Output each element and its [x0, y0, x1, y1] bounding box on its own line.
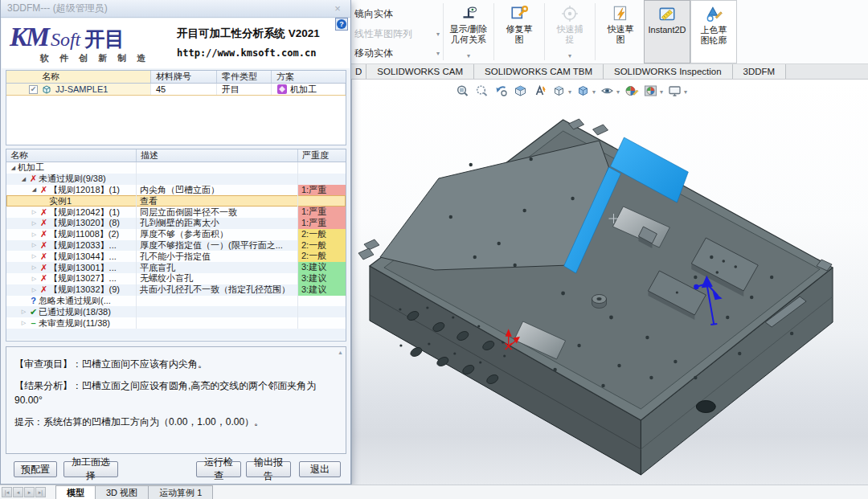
expander-closed-icon[interactable]: ▷: [30, 264, 39, 271]
product-info: 开目可加工性分析系统 V2021 http://www.kmsoft.com.c…: [177, 27, 320, 59]
expander-closed-icon[interactable]: ▷: [30, 253, 39, 260]
expander-closed-icon[interactable]: ▷: [30, 276, 39, 282]
website-link[interactable]: http://www.kmsoft.com.cn: [177, 47, 320, 59]
ribbon-button-label: 捉: [566, 35, 575, 45]
cylinder-boss[interactable]: [592, 295, 607, 309]
analysis-detail-box[interactable]: ▲ 【审查项目】：凹槽立面间不应该有内尖角。【结果分析】：凹槽立面之间应设有圆角…: [6, 346, 346, 454]
rules-tree-row[interactable]: ▷✗【规则13044】...孔不能小于指定值2:一般: [6, 251, 346, 262]
machined-part[interactable]: [358, 119, 833, 475]
rules-tree-row[interactable]: ▷✗【规则13001】...平底盲孔3:建议: [6, 262, 346, 273]
part-material-cell: 45: [151, 84, 217, 95]
close-icon[interactable]: ×: [331, 2, 344, 14]
run-check-button[interactable]: 运行检查: [196, 461, 241, 477]
expander-open-icon[interactable]: ◢: [30, 186, 39, 193]
commandmanager-tab[interactable]: SOLIDWORKS CAM TBM: [474, 64, 604, 79]
rule-name-label: 未通过规则(9/38): [39, 174, 106, 185]
rapid-sketch-button[interactable]: 快速草图: [597, 0, 644, 63]
expander-open-icon[interactable]: ◢: [19, 176, 28, 182]
graphics-area[interactable]: ▾▾▾▾▾: [351, 80, 868, 485]
expander-closed-icon[interactable]: ▷: [30, 209, 39, 215]
export-report-button[interactable]: 输出报告: [246, 461, 291, 477]
previous-tab-button[interactable]: ◂: [13, 487, 23, 497]
shaded-sketch-contours-button[interactable]: 上色草图轮廓: [690, 0, 737, 63]
rules-tree-row[interactable]: ◢机加工: [6, 162, 346, 174]
expander-closed-icon[interactable]: ▷: [19, 320, 28, 326]
rule-severity-cell: 3:建议: [298, 262, 346, 273]
rules-tree-row[interactable]: 实例1查看: [6, 195, 346, 207]
severity-badge: 1:严重: [298, 207, 346, 218]
rules-tree-row[interactable]: ▷–未审查规则(11/38): [6, 317, 346, 329]
commandmanager-tab[interactable]: SOLIDWORKS CAM: [366, 64, 474, 79]
rules-tree-row[interactable]: ▷✗【规则13020】(8)孔到侧壁的距离太小1:严重: [6, 218, 346, 229]
rules-tree-row[interactable]: ▷✗【规则13027】...无螺纹小盲孔3:建议: [6, 273, 346, 284]
last-tab-button[interactable]: ▸|: [35, 487, 46, 497]
repair-sketch-icon: [510, 4, 529, 23]
repair-sketch-button[interactable]: 修复草图: [496, 0, 542, 63]
help-button[interactable]: ?: [335, 18, 348, 31]
severity-badge: 1:严重: [298, 185, 346, 196]
instant2d-button[interactable]: Instant2D: [644, 0, 690, 63]
rule-severity-cell: 2:一般: [298, 240, 346, 252]
severity-badge: 3:建议: [298, 273, 346, 284]
plan-icon: [276, 84, 288, 95]
parts-table-row[interactable]: ✔JJ-SAMPLE145开目机加工: [6, 84, 346, 96]
panel-titlebar[interactable]: 3DDFM--- (超级管理员) ×: [1, 0, 350, 18]
rule-desc-cell: 厚度不够指定值（一）(限平行面之...: [137, 240, 298, 252]
fail-status-icon: ✗: [39, 229, 49, 239]
large-hole[interactable]: [696, 401, 715, 413]
rule-severity-cell: 3:建议: [298, 284, 346, 296]
rules-tree-row[interactable]: ▷✗【规则11008】(2)厚度不够（参考面积）2:一般: [6, 229, 346, 240]
exit-button[interactable]: 退出: [299, 461, 341, 477]
expander-closed-icon[interactable]: ▷: [30, 231, 39, 238]
part-checkbox[interactable]: ✔: [29, 85, 38, 94]
severity-badge: 2:一般: [298, 240, 346, 252]
rule-severity-cell: 1:严重: [298, 185, 346, 196]
chevron-down-icon[interactable]: ▾: [568, 51, 571, 62]
rule-desc-cell: 查看: [137, 195, 298, 207]
3d-model-viewport[interactable]: [352, 80, 868, 485]
expander-closed-icon[interactable]: ▷: [30, 242, 39, 248]
first-tab-button[interactable]: |◂: [2, 487, 12, 497]
commandmanager-tab[interactable]: SOLIDWORKS Inspection: [604, 64, 733, 79]
rules-tree-row[interactable]: ▷✗【规则13032】(9)共面小孔径孔不一致（指定孔径范围）3:建议: [6, 284, 346, 296]
rule-name-label: 未审查规则(11/38): [39, 317, 110, 329]
ribbon-button-label: 几何关系: [451, 35, 486, 45]
rules-tree-row[interactable]: ▷✗【规则12033】...厚度不够指定值（一）(限平行面之...2:一般: [6, 240, 346, 252]
machining-face-select-button[interactable]: 加工面选择: [63, 461, 118, 477]
rule-name-cell: ◢✗未通过规则(9/38): [6, 174, 137, 185]
expander-closed-icon[interactable]: ▷: [30, 287, 39, 293]
commandmanager-tab[interactable]: 3DDFM: [733, 64, 787, 79]
ribbon-command-enabled[interactable]: 移动实体▾: [353, 43, 441, 63]
document-tab[interactable]: 运动算例 1: [149, 485, 213, 499]
rule-name-cell: ▷✗【规则13032】(9): [6, 284, 137, 296]
fail-status-icon: ✗: [39, 263, 49, 273]
document-tab[interactable]: 3D 视图: [96, 485, 149, 499]
ribbon-buttons: 显示/删除几何关系▾修复草图快速捕捉▾快速草图Instant2D上色草图轮廓: [445, 0, 737, 63]
help-icon: ?: [337, 19, 346, 29]
expander-open-icon[interactable]: ◢: [9, 165, 18, 171]
ribbon-button-label: 图: [616, 35, 625, 45]
chevron-down-icon[interactable]: ▾: [467, 51, 470, 62]
commandmanager-tab[interactable]: D: [351, 64, 366, 79]
chevron-down-icon[interactable]: ▾: [436, 50, 440, 57]
rules-tree-row[interactable]: ▷✗【规则12042】(1)同层立面倒圆半径不一致1:严重: [6, 207, 346, 218]
next-tab-button[interactable]: ▸: [24, 487, 35, 497]
chevron-down-icon[interactable]: ▾: [436, 31, 440, 38]
show-delete-relations-button[interactable]: 显示/删除几何关系▾: [445, 0, 492, 63]
rules-tree-row[interactable]: ?忽略未通过规则(...: [6, 296, 346, 307]
expander-closed-icon[interactable]: ▷: [19, 309, 28, 315]
ribbon-command-enabled[interactable]: 镜向实体: [353, 4, 441, 24]
part-cube-icon: [41, 84, 52, 95]
rule-name-cell: ▷✗【规则13001】...: [6, 262, 137, 273]
expander-closed-icon[interactable]: ▷: [30, 220, 39, 227]
rules-tree-row[interactable]: ▷✔已通过规则(18/38): [6, 306, 346, 317]
document-tab[interactable]: 模型: [55, 485, 96, 499]
rules-tree-row[interactable]: ◢✗【规则12018】(1)内尖角（凹槽立面）1:严重: [6, 185, 346, 196]
rule-desc-cell: [137, 306, 298, 317]
rules-tree-row[interactable]: ◢✗未通过规则(9/38): [6, 174, 346, 185]
preconfig-button[interactable]: 预配置: [14, 461, 57, 477]
parts-table-body: ✔JJ-SAMPLE145开目机加工: [6, 84, 346, 96]
parts-column-header: 材料牌号: [151, 71, 217, 83]
scroll-up-icon[interactable]: ▲: [338, 349, 343, 358]
rule-desc-cell: [137, 317, 298, 329]
